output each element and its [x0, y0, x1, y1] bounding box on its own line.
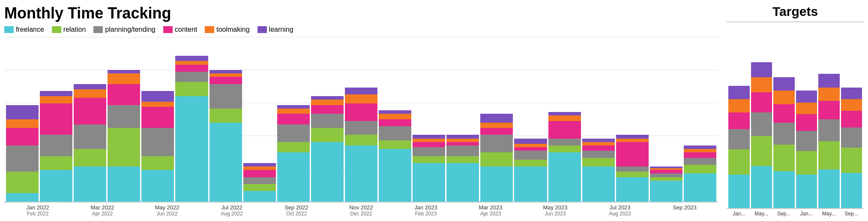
bar-segment-planning	[345, 121, 377, 135]
bar-segment-freelance	[74, 167, 106, 202]
x-label-group: Sep 2023	[653, 204, 716, 217]
bar-segment-learning	[345, 88, 377, 94]
targets-chart-body	[727, 25, 864, 209]
bar-segment-toolmaking	[243, 167, 276, 170]
targets-bar-segment-freelance	[841, 173, 862, 208]
x-label-secondary: Aug 2023	[609, 211, 631, 217]
x-label-secondary: Dec 2022	[350, 211, 372, 217]
x-axis: Jan 2022Feb 2022Mar 2022Apr 2022May 2022…	[4, 203, 718, 217]
bar-segment-content	[108, 84, 140, 105]
legend-swatch-freelance	[4, 26, 14, 33]
x-label-group: May 2022Jun 2022	[135, 204, 199, 217]
targets-bar-segment-relation	[796, 151, 817, 175]
bar-group	[277, 37, 310, 202]
targets-x-label-group: Sep...	[773, 211, 795, 217]
legend-swatch-planning-tending	[93, 26, 103, 33]
bar-segment-learning	[582, 139, 615, 142]
bar-segment-freelance	[345, 145, 377, 202]
bar-segment-toolmaking	[175, 61, 208, 64]
x-label-primary: May 2023	[543, 204, 567, 211]
x-label-primary: Nov 2022	[349, 204, 373, 211]
bar-segment-planning	[74, 124, 106, 149]
legend-label-content: content	[175, 26, 197, 33]
bar-segment-planning	[480, 135, 513, 152]
chart-legend: freelancerelationplanning/tendingcontent…	[4, 26, 718, 33]
bar-group	[446, 37, 479, 202]
bar-segment-toolmaking	[6, 119, 39, 128]
bar-segment-content	[480, 128, 513, 135]
targets-bar-segment-content	[751, 92, 772, 112]
legend-swatch-toolmaking	[205, 26, 214, 33]
bar-segment-relation	[141, 156, 174, 170]
bar-segment-relation	[74, 149, 106, 167]
targets-bar-segment-content	[818, 101, 840, 119]
targets-bar-segment-learning	[818, 74, 840, 87]
targets-bar-segment-learning	[796, 91, 817, 102]
bar-segment-relation	[175, 82, 208, 96]
bar-segment-relation	[548, 145, 581, 152]
targets-x-label-group: Jan...	[728, 211, 750, 217]
bar-segment-freelance	[582, 167, 615, 202]
bar-segment-planning	[582, 151, 615, 157]
bar-segment-content	[446, 142, 479, 145]
targets-x-label: Sep...	[777, 211, 790, 217]
chart-title: Monthly Time Tracking	[4, 4, 718, 22]
targets-bar-group	[841, 25, 862, 208]
targets-bar-segment-toolmaking	[728, 99, 750, 112]
bar-segment-learning	[175, 56, 208, 61]
targets-bar-segment-content	[728, 112, 750, 129]
bar-segment-toolmaking	[277, 109, 310, 114]
x-label-secondary: Feb 2023	[415, 211, 437, 217]
targets-bar-segment-freelance	[796, 175, 817, 208]
bar-segment-planning	[243, 177, 276, 184]
bar-segment-planning	[446, 145, 479, 156]
bar-segment-learning	[480, 114, 513, 122]
targets-bar-segment-freelance	[751, 166, 772, 208]
legend-label-freelance: freelance	[16, 26, 44, 33]
targets-x-label-group: May...	[751, 211, 772, 217]
bar-segment-toolmaking	[684, 149, 716, 152]
bar-segment-relation	[345, 135, 377, 145]
targets-bar-segment-toolmaking	[841, 99, 862, 111]
legend-item-relation: relation	[52, 26, 86, 33]
bar-segment-relation	[6, 172, 39, 193]
targets-bar-segment-relation	[751, 136, 772, 166]
bar-segment-relation	[40, 156, 72, 170]
bar-group	[210, 37, 242, 202]
bar-segment-learning	[684, 145, 716, 149]
bar-group	[345, 37, 377, 202]
x-label-group: Nov 2022Dec 2022	[329, 204, 393, 217]
targets-panel: Targets Jan...May...Sep...Jan...May...Se…	[718, 4, 864, 217]
page-container: Monthly Time Tracking freelancerelationp…	[0, 0, 868, 221]
bar-segment-content	[74, 98, 106, 124]
x-label-secondary: Apr 2022	[92, 211, 113, 217]
bar-segment-content	[616, 142, 649, 167]
targets-x-label: May...	[822, 211, 836, 217]
x-label-secondary: Jun 2022	[156, 211, 177, 217]
x-label-group: Jan 2023Feb 2023	[394, 204, 458, 217]
x-label-group: Jan 2022Feb 2022	[6, 204, 69, 217]
bar-segment-planning	[548, 139, 581, 145]
bar-segment-toolmaking	[210, 73, 242, 77]
targets-bar-segment-learning	[773, 77, 795, 91]
bars-container	[4, 37, 718, 202]
bar-segment-toolmaking	[379, 114, 411, 119]
targets-bar-segment-planning	[796, 131, 817, 151]
bar-segment-content	[582, 145, 615, 151]
bar-group	[108, 37, 140, 202]
targets-title: Targets	[727, 4, 864, 22]
x-label-primary: Mar 2022	[91, 204, 114, 211]
x-label-primary: May 2022	[155, 204, 179, 211]
targets-x-axis: Jan...May...Sep...Jan...May...Sep...	[727, 209, 864, 217]
bar-segment-freelance	[514, 167, 547, 202]
bar-segment-toolmaking	[74, 89, 106, 98]
bar-group	[311, 37, 344, 202]
bar-segment-relation	[480, 152, 513, 167]
targets-bar-segment-planning	[728, 129, 750, 149]
bar-segment-toolmaking	[141, 102, 174, 107]
bar-segment-learning	[311, 96, 344, 100]
chart-body	[4, 37, 718, 203]
bar-segment-planning	[175, 72, 208, 82]
targets-bar-segment-relation	[841, 148, 862, 173]
bar-group	[650, 37, 682, 202]
